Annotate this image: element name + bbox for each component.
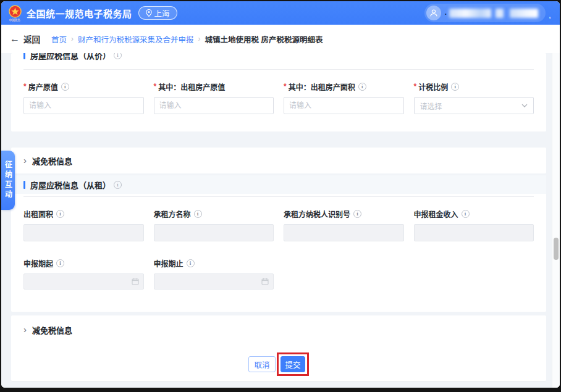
national-emblem-icon <box>9 5 22 18</box>
field-label: 承租方名称 i <box>154 208 274 219</box>
required-mark: * <box>154 82 157 91</box>
rented-area-input[interactable] <box>284 97 404 114</box>
field-rent-area: 出租面积 i <box>23 197 144 241</box>
lessee-tax-id-input-disabled <box>284 224 404 241</box>
label-text: 申报租金收入 <box>414 209 458 219</box>
location-selector[interactable]: 上海 <box>138 6 177 20</box>
label-text: 承租方名称 <box>154 209 191 219</box>
logo-caption: 中国税务 <box>9 19 20 22</box>
field-label: 申报租金收入 i <box>414 208 534 219</box>
rent-area-input-disabled <box>23 224 144 241</box>
breadcrumb-module[interactable]: 财产和行为税税源采集及合并申报 <box>78 33 194 45</box>
info-icon[interactable]: i <box>114 53 122 59</box>
section-accent-bar <box>23 181 25 189</box>
redacted-user-id <box>510 9 538 18</box>
property-original-value-input[interactable] <box>23 97 144 114</box>
info-icon[interactable]: i <box>358 83 366 91</box>
vertical-scrollbar[interactable] <box>552 53 560 388</box>
user-avatar <box>426 6 441 20</box>
required-mark: * <box>414 82 417 91</box>
breadcrumb: 首页 › 财产和行为税税源采集及合并申报 › 城镇土地使用税 房产税税源明细表 <box>51 33 323 45</box>
field-label: * 房产原值 i <box>23 81 144 92</box>
required-mark: * <box>284 82 287 91</box>
tax-ratio-select[interactable]: 请选择 <box>414 97 534 114</box>
info-icon[interactable]: i <box>187 259 195 267</box>
breadcrumb-home[interactable]: 首页 <box>51 33 67 45</box>
info-icon[interactable]: i <box>114 181 122 189</box>
back-label: 返回 <box>23 33 40 45</box>
tax-relief-1-toggle[interactable]: › 减免税信息 <box>23 155 72 167</box>
section-rent-taxable-info: 房屋应税信息（从租） i 出租面积 i 承租方名称 i <box>11 175 546 312</box>
field-property-original-value: * 房产原值 i <box>23 70 144 114</box>
back-button[interactable]: ← 返回 <box>10 33 40 45</box>
tax-relief-title: 减免税信息 <box>32 155 72 167</box>
info-icon[interactable]: i <box>194 210 202 218</box>
field-label: 申报期起 i <box>23 257 144 269</box>
redacted-user-name <box>449 9 491 18</box>
field-label: 申报期止 i <box>154 257 274 269</box>
breadcrumb-separator: › <box>198 35 201 43</box>
label-text: 房产原值 <box>28 81 58 92</box>
chevron-right-icon: › <box>23 156 27 165</box>
person-icon <box>429 9 438 17</box>
back-arrow-icon: ← <box>10 34 20 44</box>
section-price-taxable-info: 房屋应税信息（从价） i * 房产原值 i * 其中：出租 <box>11 53 546 131</box>
section-title: 房屋应税信息（从价） <box>30 53 111 61</box>
section-tax-relief-1: › 减免税信息 <box>11 148 546 173</box>
tax-relief-2-toggle[interactable]: › 减免税信息 <box>11 324 546 335</box>
field-declared-rent-income: 申报租金收入 i <box>414 197 534 241</box>
declare-period-start-input-disabled <box>23 273 144 290</box>
annotation-highlight-box: 提交 <box>277 352 309 376</box>
info-icon[interactable]: i <box>353 210 361 218</box>
label-text: 出租面积 <box>23 209 53 219</box>
submit-button[interactable]: 提交 <box>280 356 305 372</box>
user-area: . , <box>424 4 551 22</box>
page-footer-strip <box>1 382 560 388</box>
field-tax-ratio: * 计税比例 i 请选择 <box>414 70 534 114</box>
section-tax-relief-2-and-actions: › 减免税信息 取消 提交 <box>11 315 546 382</box>
label-text: 申报期止 <box>154 258 183 269</box>
declare-period-end-input-disabled <box>154 273 274 290</box>
label-text: 申报期起 <box>23 258 53 269</box>
field-lessee-name: 承租方名称 i <box>154 197 274 241</box>
info-icon[interactable]: i <box>56 259 64 267</box>
chevron-right-icon: › <box>23 325 27 334</box>
clipped-section-header: 房屋应税信息（从价） i <box>11 53 546 64</box>
breadcrumb-bar: ← 返回 首页 › 财产和行为税税源采集及合并申报 › 城镇土地使用税 房产税税… <box>1 25 560 53</box>
rent-fields-row: 出租面积 i 承租方名称 i 承租方纳税人识别号 i <box>11 197 546 241</box>
label-text: 承租方纳税人识别号 <box>284 209 350 219</box>
field-label: 出租面积 i <box>23 208 144 219</box>
location-label: 上海 <box>154 7 170 19</box>
field-label: * 计税比例 i <box>414 81 534 92</box>
user-account-button[interactable]: . <box>424 4 546 22</box>
label-text: 其中：出租房产面积 <box>289 81 355 92</box>
rent-section-header: 房屋应税信息（从租） i <box>11 175 546 194</box>
select-placeholder: 请选择 <box>420 101 442 111</box>
info-icon[interactable]: i <box>56 210 64 218</box>
tax-bureau-logo: 中国税务 <box>9 5 22 22</box>
info-icon[interactable]: i <box>462 210 470 218</box>
field-lessee-tax-id: 承租方纳税人识别号 i <box>284 197 404 241</box>
breadcrumb-separator: › <box>71 35 74 43</box>
app-title: 全国统一规范电子税务局 <box>27 7 132 20</box>
chevron-down-icon <box>521 104 528 107</box>
tax-relief-title: 减免税信息 <box>32 324 72 336</box>
info-icon[interactable]: i <box>61 83 69 91</box>
section-title: 房屋应税信息（从租） <box>30 179 111 191</box>
action-button-row: 取消 提交 <box>11 352 546 376</box>
scrollbar-thumb[interactable] <box>554 238 559 260</box>
user-suffix-mark: , <box>549 10 551 20</box>
label-text: 其中：出租房产原值 <box>158 81 225 92</box>
tax-interaction-side-tab[interactable]: 征纳互动 <box>1 151 15 210</box>
location-pin-icon <box>146 9 152 17</box>
lessee-name-input-disabled <box>154 224 274 241</box>
redacted-user-separator <box>496 9 504 18</box>
rent-date-row: 申报期起 i 申报期止 <box>11 241 546 290</box>
rented-original-value-input[interactable] <box>154 97 274 114</box>
info-icon[interactable]: i <box>451 83 459 91</box>
field-rented-area: * 其中：出租房产面积 i <box>284 70 404 114</box>
field-label: 承租方纳税人识别号 i <box>284 208 404 219</box>
cancel-button[interactable]: 取消 <box>248 356 276 372</box>
field-rented-original-value: * 其中：出租房产原值 <box>154 70 274 114</box>
section-accent-bar <box>23 53 25 59</box>
